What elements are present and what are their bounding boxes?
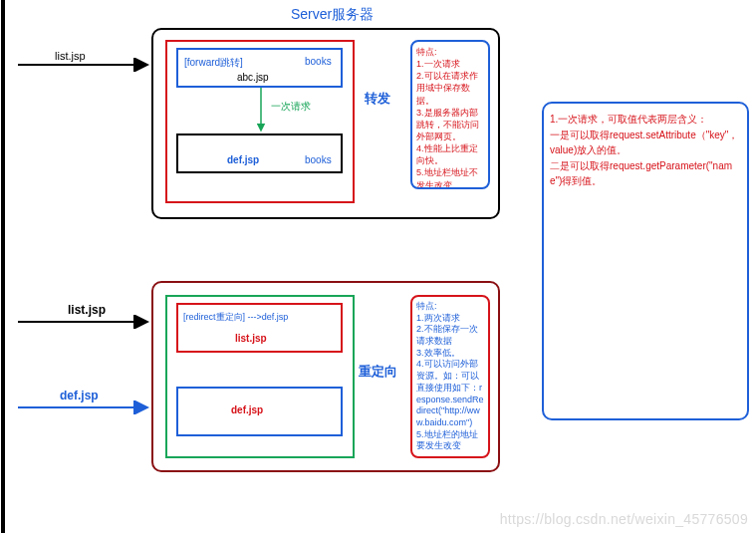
redirect-feature-2: 2.不能保存一次请求数据 <box>416 324 484 347</box>
note-line-1: 1.一次请求，可取值代表两层含义： <box>550 112 741 128</box>
redirect-features-box: 特点: 1.两次请求 2.不能保存一次请求数据 3.效率低。 4.可以访问外部资… <box>410 295 490 458</box>
forward-books-bottom: books <box>305 154 332 165</box>
redirect-def-label: def.jsp <box>231 404 263 415</box>
forward-feature-5: 5.地址栏地址不发生改变 <box>416 166 484 189</box>
note-line-3: 二是可以取得request.getParameter("name")得到值。 <box>550 158 741 189</box>
forward-feature-4: 4.性能上比重定向快。 <box>416 142 484 166</box>
forward-features-box: 特点: 1.一次请求 2.可以在请求作用域中保存数据。 3.是服务器内部跳转，不… <box>410 40 490 189</box>
forward-forward-label: [forward跳转] <box>184 56 243 70</box>
forward-abc-label: abc.jsp <box>237 72 269 83</box>
forward-books-top: books <box>305 56 332 67</box>
note-line-2: 一是可以取得request.setAttribute（"key"，value)放… <box>550 128 741 158</box>
redirect-redirect-label: [redirect重定向] --->def.jsp <box>183 311 288 324</box>
redirect-badge: 重定向 <box>359 363 397 381</box>
left-rule <box>1 0 5 533</box>
redirect-feature-4: 4.可以访问外部资源。如：可以直接使用如下：response.sendRedir… <box>416 359 484 428</box>
forward-badge: 转发 <box>365 90 390 108</box>
forward-feature-1: 1.一次请求 <box>416 58 484 70</box>
redirect-feature-5: 5.地址栏的地址要发生改变 <box>416 429 484 452</box>
forward-incoming-arrow <box>18 58 157 72</box>
forward-def-box <box>176 133 343 173</box>
redirect-incoming-top-arrow <box>18 315 157 329</box>
redirect-incoming-bottom-arrow <box>18 400 157 414</box>
note-box: 1.一次请求，可取值代表两层含义： 一是可以取得request.setAttri… <box>542 102 749 420</box>
watermark: https://blog.csdn.net/weixin_45776509 <box>500 511 748 527</box>
forward-feature-2: 2.可以在请求作用域中保存数据。 <box>416 70 484 106</box>
redirect-feature-3: 3.效率低。 <box>416 348 484 360</box>
forward-once-label: 一次请求 <box>271 100 311 114</box>
server-title: Server服务器 <box>291 6 374 24</box>
redirect-features-title: 特点: <box>416 301 484 313</box>
forward-once-arrow <box>253 88 269 133</box>
redirect-feature-1: 1.两次请求 <box>416 313 484 325</box>
forward-feature-3: 3.是服务器内部跳转，不能访问外部网页。 <box>416 107 484 142</box>
redirect-list-label: list.jsp <box>235 333 267 344</box>
forward-def-label: def.jsp <box>227 154 259 165</box>
forward-features-title: 特点: <box>416 46 484 58</box>
